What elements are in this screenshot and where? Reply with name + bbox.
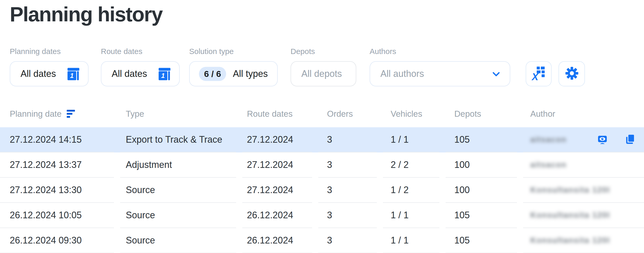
filter-group-depots: Depots All depots [291,47,356,86]
excel-export-icon: X [531,66,546,82]
authors-label: Authors [370,47,510,56]
planning-dates-filter-button[interactable]: All dates 1 [10,61,89,86]
cell-vehicles: 1 / 1 [383,127,439,152]
cell-orders: 3 [318,178,377,203]
cell-type: Source [120,228,236,253]
depots-placeholder: All depots [301,68,342,79]
author-redacted: aitsacon [530,135,569,144]
cell-vehicles: 1 / 1 [383,228,439,253]
cell-author: aitsacon [523,152,644,178]
cell-vehicles: 2 / 2 [383,152,439,178]
cell-vehicles: 1 / 1 [383,203,439,228]
cell-planning-date: 27.12.2024 13:30 [0,178,114,203]
cell-route-dates: 27.12.2024 [242,127,312,152]
row-actions [597,134,635,145]
solution-type-value: All types [233,68,268,79]
cell-author: Konsultansita 1208 [523,178,644,203]
cell-author: aitsacon [523,127,644,152]
cell-vehicles: 1 / 2 [383,178,439,203]
page-title: Planning history [10,4,644,25]
cell-orders: 3 [318,228,377,253]
cell-type: Export to Track & Trace [120,127,236,152]
column-header-vehicles[interactable]: Vehicles [383,100,439,127]
svg-text:X: X [531,71,539,81]
column-header-depots[interactable]: Depots [446,100,517,127]
solution-type-filter-button[interactable]: 6 / 6 All types [189,61,278,86]
column-header-author[interactable]: Author [523,100,644,127]
planning-dates-value: All dates [21,68,56,79]
copy-solution-button[interactable] [626,134,635,145]
cell-type: Adjustment [120,152,236,178]
planning-dates-label: Planning dates [10,47,89,56]
filter-group-route-dates: Route dates All dates 1 [101,47,180,86]
cell-depots: 100 [446,178,517,203]
author-redacted: Konsultansita 1208 [530,185,609,195]
depots-label: Depots [291,47,356,56]
column-header-route-dates[interactable]: Route dates [242,100,312,127]
table-row[interactable]: 27.12.2024 14:15 Export to Track & Trace… [0,127,644,152]
cell-route-dates: 26.12.2024 [242,228,312,253]
route-dates-filter-button[interactable]: All dates 1 [101,61,180,86]
cell-orders: 3 [318,203,377,228]
cell-depots: 105 [446,228,517,253]
cell-type: Source [120,178,236,203]
table-row[interactable]: 26.12.2024 09:30 Source 26.12.2024 3 1 /… [0,228,644,253]
cell-planning-date: 27.12.2024 14:15 [0,127,114,152]
cell-author: Konsultansita 1208 [523,203,644,228]
cell-orders: 3 [318,152,377,178]
filter-group-planning-dates: Planning dates All dates 1 [10,47,89,86]
cell-planning-date: 26.12.2024 10:05 [0,203,114,228]
export-excel-button[interactable]: X [526,61,552,86]
author-redacted: Konsultansita 1208 [530,211,609,220]
cell-route-dates: 27.12.2024 [242,152,312,178]
calendar-icon: 1 [68,67,79,80]
author-redacted: aitsacon [530,160,569,169]
author-redacted: Konsultansita 1208 [530,236,609,245]
table-row[interactable]: 27.12.2024 13:30 Source 27.12.2024 3 1 /… [0,178,644,203]
column-header-orders[interactable]: Orders [318,100,377,127]
column-header-planning-date[interactable]: Planning date [0,100,114,127]
cell-orders: 3 [318,127,377,152]
table-body: 27.12.2024 14:15 Export to Track & Trace… [0,127,644,253]
table-header-row: Planning date Type Route dates Orders Ve… [0,100,644,127]
cell-planning-date: 27.12.2024 13:37 [0,152,114,178]
cell-type: Source [120,203,236,228]
sort-descending-icon [67,110,75,118]
filter-group-authors: Authors All authors [370,47,510,86]
cell-route-dates: 27.12.2024 [242,178,312,203]
solution-type-count-badge: 6 / 6 [199,67,226,81]
cell-depots: 105 [446,127,517,152]
gear-icon [565,66,579,81]
cell-author: Konsultansita 1208 [523,228,644,253]
table-row[interactable]: 26.12.2024 10:05 Source 26.12.2024 3 1 /… [0,203,644,228]
depots-filter-button[interactable]: All depots [291,61,356,86]
table-row[interactable]: 27.12.2024 13:37 Adjustment 27.12.2024 3… [0,152,644,178]
cell-route-dates: 26.12.2024 [242,203,312,228]
route-dates-label: Route dates [101,47,180,56]
cell-depots: 105 [446,203,517,228]
filter-group-solution-type: Solution type 6 / 6 All types [189,47,278,86]
solution-type-label: Solution type [189,47,278,56]
authors-select[interactable]: All authors [370,61,510,86]
table-settings-button[interactable] [559,61,585,86]
chevron-down-icon [492,68,500,79]
filters-bar: Planning dates All dates 1 Route dates A… [0,47,644,86]
route-dates-value: All dates [112,68,147,79]
planning-history-table: Planning date Type Route dates Orders Ve… [0,100,644,253]
authors-placeholder: All authors [380,68,424,79]
cell-planning-date: 26.12.2024 09:30 [0,228,114,253]
column-header-type[interactable]: Type [120,100,236,127]
view-solution-button[interactable] [597,134,608,145]
calendar-icon: 1 [159,67,170,80]
cell-depots: 100 [446,152,517,178]
